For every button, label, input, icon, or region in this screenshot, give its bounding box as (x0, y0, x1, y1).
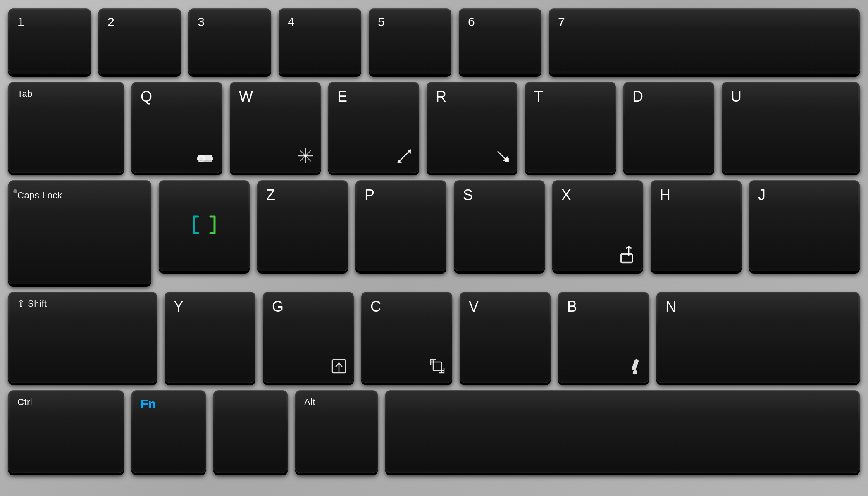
x-share-icon (620, 246, 637, 265)
caps-lock-indicator (13, 189, 17, 193)
key-r[interactable]: R (427, 82, 517, 173)
key-b[interactable]: B (558, 292, 649, 383)
key-u[interactable]: U (722, 82, 860, 173)
key-q[interactable]: Q (131, 82, 222, 173)
g-upload-icon (330, 357, 348, 377)
svg-rect-17 (622, 255, 632, 262)
key-e[interactable]: E (328, 82, 419, 173)
key-fn[interactable]: Fn (131, 390, 206, 473)
key-h[interactable]: H (651, 180, 742, 271)
key-shift[interactable]: ⇧ Shift (8, 292, 157, 383)
key-1[interactable]: 1 (8, 8, 91, 74)
qwerty-row: Tab Q W (0, 82, 868, 173)
key-d[interactable]: D (623, 82, 714, 173)
key-z[interactable]: Z (257, 180, 348, 271)
keyboard: 1 2 3 4 5 6 7 Tab Q (0, 0, 868, 496)
svg-rect-1 (197, 157, 213, 160)
q-icon (195, 147, 217, 167)
key-j[interactable]: J (749, 180, 860, 271)
key-6[interactable]: 6 (459, 8, 541, 74)
key-c[interactable]: C (361, 292, 452, 383)
key-3[interactable]: 3 (188, 8, 271, 74)
svg-rect-15 (621, 254, 632, 263)
a-snip-icon (190, 212, 219, 239)
key-caps-lock[interactable]: Caps Lock (8, 180, 151, 284)
b-brush-icon (626, 358, 643, 377)
r-record-icon (494, 147, 512, 167)
key-spacebar[interactable] (385, 390, 860, 473)
key-v[interactable]: V (460, 292, 551, 383)
key-g[interactable]: G (263, 292, 354, 383)
modifier-row: Ctrl Fn Alt (0, 390, 868, 473)
key-w[interactable]: W (230, 82, 321, 173)
key-7[interactable]: 7 (549, 8, 860, 74)
asdf-row: Caps Lock Z P S X (0, 180, 868, 284)
shift-row: ⇧ Shift Y G C (0, 292, 868, 383)
w-magic-wand-icon (296, 146, 315, 167)
key-t[interactable]: T (525, 82, 616, 173)
e-resize-icon (395, 147, 413, 167)
key-y[interactable]: Y (165, 292, 255, 383)
key-tab[interactable]: Tab (8, 82, 124, 173)
key-4[interactable]: 4 (279, 8, 361, 74)
key-windows[interactable] (213, 390, 288, 473)
key-a[interactable] (159, 180, 250, 271)
windows-logo-icon (242, 423, 259, 440)
number-row: 1 2 3 4 5 6 7 (0, 8, 868, 74)
key-2[interactable]: 2 (98, 8, 181, 74)
key-alt[interactable]: Alt (295, 390, 378, 473)
svg-rect-25 (631, 358, 639, 371)
svg-rect-14 (505, 158, 509, 162)
key-p[interactable]: P (355, 180, 446, 271)
key-x[interactable]: X (552, 180, 643, 271)
key-s[interactable]: S (454, 180, 545, 271)
c-crop-icon (428, 357, 446, 377)
key-ctrl[interactable]: Ctrl (8, 390, 124, 473)
key-5[interactable]: 5 (369, 8, 451, 74)
key-n[interactable]: N (656, 292, 860, 383)
svg-point-8 (304, 155, 307, 157)
